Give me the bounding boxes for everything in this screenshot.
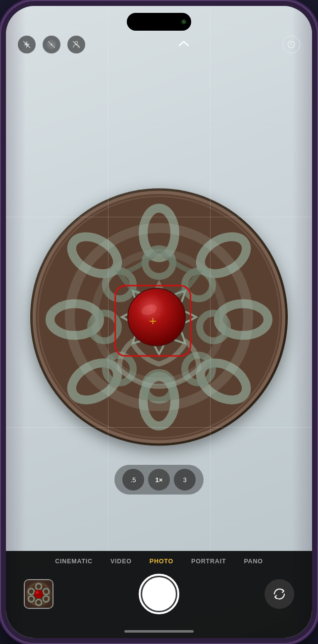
dynamic-island <box>127 13 191 31</box>
shutter-button[interactable] <box>139 574 179 614</box>
mode-cinematic[interactable]: CINEMATIC <box>46 558 102 565</box>
mode-pano-label: PANO <box>244 558 263 565</box>
focus-box[interactable]: + <box>114 285 191 356</box>
mode-pano[interactable]: PANO <box>235 558 271 565</box>
mode-photo-label: PHOTO <box>150 558 173 565</box>
live-photo-button[interactable] <box>43 36 60 53</box>
zoom-0-5-label: .5 <box>131 476 136 484</box>
home-indicator <box>6 624 312 638</box>
expand-button[interactable] <box>178 40 189 49</box>
flash-off-icon <box>22 40 31 49</box>
focus-crosshair: + <box>149 314 157 327</box>
home-bar <box>124 630 194 633</box>
thumbnail-image <box>25 580 53 608</box>
photo-thumbnail[interactable] <box>24 579 53 609</box>
timer-button[interactable] <box>282 36 300 53</box>
top-left-controls <box>18 36 85 53</box>
mode-cinematic-label: CINEMATIC <box>55 558 93 565</box>
zoom-controls: .5 1× 3 <box>114 465 204 495</box>
screen: + <box>6 6 312 638</box>
mode-video[interactable]: VIDEO <box>102 558 141 565</box>
chevron-up-icon <box>178 40 189 47</box>
zoom-0-5-button[interactable]: .5 <box>122 469 144 491</box>
top-controls <box>6 36 312 53</box>
shutter-inner <box>142 577 176 611</box>
svg-point-41 <box>34 590 43 598</box>
live-photo-icon <box>47 40 56 49</box>
mode-portrait-label: PORTRAIT <box>191 558 226 565</box>
viewfinder-shadow-right <box>292 6 312 638</box>
phone-frame: + <box>0 0 318 644</box>
svg-point-42 <box>36 591 39 594</box>
flash-button[interactable] <box>18 36 36 53</box>
zoom-1x-label: 1× <box>156 476 163 484</box>
viewfinder-shadow-left <box>6 6 26 638</box>
zoom-3x-label: 3 <box>183 476 186 484</box>
portrait-icon <box>72 40 81 49</box>
svg-line-31 <box>73 41 80 48</box>
zoom-3x-button[interactable]: 3 <box>174 469 196 491</box>
mode-video-label: VIDEO <box>110 558 132 565</box>
mode-portrait[interactable]: PORTRAIT <box>182 558 235 565</box>
zoom-1x-button[interactable]: 1× <box>148 469 170 491</box>
bottom-bar: CINEMATIC VIDEO PHOTO PORTRAIT PANO <box>6 551 312 638</box>
mode-photo[interactable]: PHOTO <box>141 558 182 565</box>
flip-camera-icon <box>272 587 286 601</box>
timer-icon <box>287 41 295 49</box>
viewfinder[interactable]: + <box>6 6 312 638</box>
front-camera-dot <box>181 19 186 24</box>
camera-actions <box>6 569 312 624</box>
flip-camera-button[interactable] <box>265 579 294 609</box>
thumbnail-preview <box>26 582 51 606</box>
portrait-effects-button[interactable] <box>67 36 85 53</box>
mode-selector: CINEMATIC VIDEO PHOTO PORTRAIT PANO <box>6 551 312 569</box>
